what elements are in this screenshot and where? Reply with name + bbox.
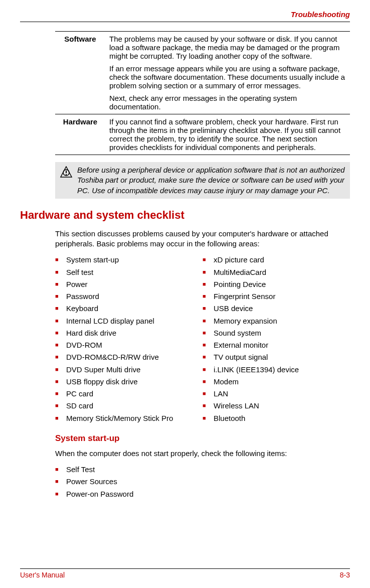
list-item: External monitor — [203, 340, 350, 350]
term-hardware: Hardware — [55, 114, 105, 155]
list-item: Bluetooth — [203, 413, 350, 423]
list-item: DVD Super Multi drive — [55, 365, 203, 375]
list-item: Hard disk drive — [55, 328, 203, 338]
list-item: DVD-ROM&CD-R/RW drive — [55, 352, 203, 362]
checklist-columns: System start-up Self test Power Password… — [55, 255, 350, 425]
checklist-col2: xD picture card MultiMediaCard Pointing … — [203, 255, 350, 425]
list-item: Sound system — [203, 328, 350, 338]
list-item: Wireless LAN — [203, 401, 350, 411]
list-item: Password — [55, 291, 203, 302]
list-item: USB device — [203, 304, 350, 314]
checklist-intro: This section discusses problems caused b… — [55, 229, 350, 249]
page-footer: User's Manual 8-3 — [20, 568, 350, 579]
list-item: Self test — [55, 267, 203, 277]
list-item: Power — [55, 279, 203, 289]
table-row: Software The problems may be caused by y… — [55, 32, 350, 114]
list-item: Power-on Password — [55, 489, 350, 499]
footer-page-number: 8-3 — [340, 571, 350, 579]
footer-manual-title: User's Manual — [20, 571, 65, 579]
list-item: DVD-ROM — [55, 340, 203, 350]
startup-intro: When the computer does not start properl… — [55, 449, 350, 459]
list-item: SD card — [55, 401, 203, 411]
checklist-col1: System start-up Self test Power Password… — [55, 255, 203, 425]
table-row: Hardware If you cannot find a software p… — [55, 114, 350, 155]
footer-rule — [20, 568, 350, 569]
startup-list: Self Test Power Sources Power-on Passwor… — [55, 465, 350, 499]
list-item: LAN — [203, 389, 350, 399]
list-item: Memory Stick/Memory Stick Pro — [55, 413, 203, 423]
startup-heading: System start-up — [55, 433, 350, 444]
list-item: Pointing Device — [203, 279, 350, 289]
list-item: PC card — [55, 389, 203, 399]
list-item: Fingerprint Sensor — [203, 291, 350, 302]
list-item: MultiMediaCard — [203, 267, 350, 277]
list-item: Self Test — [55, 465, 350, 475]
checklist-heading: Hardware and system checklist — [20, 209, 350, 222]
list-item: System start-up — [55, 255, 203, 265]
caution-box: Before using a peripheral device or appl… — [55, 162, 350, 199]
header-rule — [20, 22, 350, 22]
list-item: xD picture card — [203, 255, 350, 265]
caution-icon — [60, 166, 73, 180]
list-item: Internal LCD display panel — [55, 316, 203, 326]
desc-software: The problems may be caused by your softw… — [105, 32, 350, 114]
troubleshooting-table: Software The problems may be caused by y… — [55, 31, 350, 155]
list-item: i.LINK (IEEE1394) device — [203, 365, 350, 375]
list-item: TV output signal — [203, 352, 350, 362]
software-para-3: Next, check any error messages in the op… — [109, 94, 346, 111]
software-para-2: If an error message appears while you ar… — [109, 64, 346, 90]
term-software: Software — [55, 32, 105, 114]
header-section-title: Troubleshooting — [20, 10, 350, 19]
desc-hardware: If you cannot find a software problem, c… — [105, 114, 350, 155]
list-item: Power Sources — [55, 477, 350, 487]
caution-text: Before using a peripheral device or appl… — [77, 165, 345, 196]
hardware-para-1: If you cannot find a software problem, c… — [109, 117, 346, 152]
software-para-1: The problems may be caused by your softw… — [109, 35, 346, 60]
list-item: Memory expansion — [203, 316, 350, 326]
list-item: Keyboard — [55, 304, 203, 314]
list-item: Modem — [203, 377, 350, 387]
list-item: USB floppy disk drive — [55, 377, 203, 387]
svg-point-3 — [66, 174, 67, 175]
